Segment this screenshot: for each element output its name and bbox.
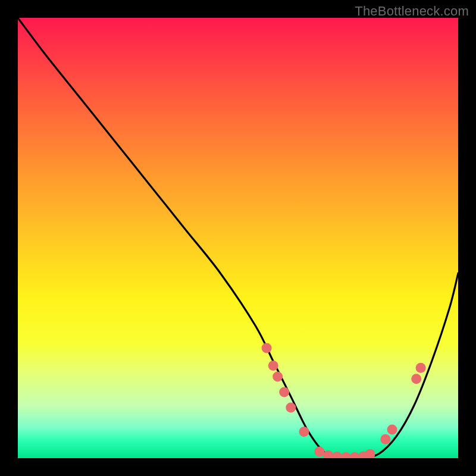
curve-marker [262, 343, 272, 353]
curve-marker [341, 452, 351, 458]
curve-marker [365, 449, 375, 458]
curve-marker [314, 446, 324, 456]
curve-marker [332, 452, 342, 458]
curve-marker [411, 374, 421, 384]
curve-markers [262, 343, 426, 459]
curve-marker [286, 402, 296, 412]
curve-marker [299, 427, 309, 437]
curve-marker [380, 434, 390, 444]
chart-svg [18, 18, 458, 458]
chart-frame: TheBottleneck.com [0, 0, 476, 476]
plot-area [18, 18, 458, 458]
curve-marker [268, 361, 278, 371]
curve-marker [279, 387, 289, 397]
curve-marker [387, 424, 397, 434]
curve-marker [416, 363, 426, 373]
bottleneck-curve [18, 18, 458, 458]
watermark-label: TheBottleneck.com [355, 4, 469, 19]
curve-marker [273, 372, 283, 382]
curve-marker [350, 452, 360, 458]
